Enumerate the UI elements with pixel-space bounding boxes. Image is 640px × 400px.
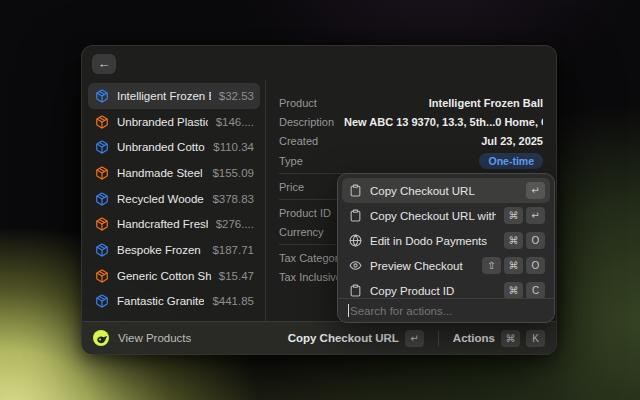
menu-item-label: Copy Product ID	[370, 285, 496, 297]
primary-action-button[interactable]: Copy Checkout URL ↵	[288, 330, 424, 347]
keycap-return: ↵	[526, 207, 545, 224]
text-cursor	[348, 304, 349, 317]
detail-label: Price	[279, 181, 304, 193]
menu-item-copy-checkout-url-return[interactable]: Copy Checkout URL with Return URL ⌘ ↵	[342, 203, 550, 228]
detail-value: One-time	[313, 153, 543, 169]
product-price: $276....	[216, 218, 254, 230]
clipboard-icon	[349, 184, 362, 197]
globe-icon	[349, 234, 362, 247]
actions-search-field[interactable]: Search for actions...	[338, 298, 554, 322]
detail-label: Type	[279, 155, 303, 167]
search-placeholder: Search for actions...	[350, 305, 452, 317]
product-name: Unbranded Plastic Chick...	[117, 116, 208, 128]
product-price: $378.83	[212, 193, 254, 205]
primary-action-label: Copy Checkout URL	[288, 332, 399, 344]
detail-label: Product ID	[279, 207, 331, 219]
footer-divider	[438, 331, 439, 346]
menu-item-copy-product-id[interactable]: Copy Product ID ⌘ C	[342, 278, 550, 298]
clipboard-icon	[349, 284, 362, 297]
menu-item-copy-checkout-url[interactable]: Copy Checkout URL ↵	[342, 178, 550, 203]
launcher-window: ← Intelligent Frozen Ball $32.53 Unbrand…	[81, 45, 557, 355]
detail-value: Jul 23, 2025	[328, 135, 543, 147]
package-icon	[95, 89, 109, 103]
product-name: Intelligent Frozen Ball	[117, 90, 211, 102]
list-item[interactable]: Intelligent Frozen Ball $32.53	[88, 83, 260, 109]
package-icon	[95, 192, 109, 206]
detail-value: New ABC 13 9370, 13.3, 5th...0 Home, OS …	[344, 116, 543, 128]
product-name: Bespoke Frozen Chips	[117, 244, 204, 256]
actions-button-label: Actions	[453, 332, 495, 344]
detail-row-created: Created Jul 23, 2025	[279, 132, 543, 150]
detail-label: Product	[279, 97, 317, 109]
detail-value: Intelligent Frozen Ball	[327, 97, 543, 109]
list-item[interactable]: Handcrafted Fresh Com... $276....	[88, 211, 260, 237]
product-price: $15.47	[219, 270, 254, 282]
keycap-o: O	[526, 257, 545, 274]
desktop-background: { "window": { "back_icon": "←" }, "produ…	[0, 0, 640, 400]
dodo-payments-logo-icon	[93, 330, 109, 346]
product-name: Unbranded Cotton Tuna	[117, 141, 205, 153]
list-item[interactable]: Fantastic Granite Chips $441.85	[88, 289, 260, 315]
detail-row-type: Type One-time	[279, 152, 543, 170]
list-item[interactable]: Bespoke Frozen Chips $187.71	[88, 237, 260, 263]
product-price: $441.85	[212, 295, 254, 307]
list-item[interactable]: Recycled Wooden Shirt $378.83	[88, 186, 260, 212]
keycap-k: K	[526, 330, 545, 347]
back-button[interactable]: ←	[92, 54, 116, 74]
list-item[interactable]: Handmade Steel Hat $155.09	[88, 160, 260, 186]
package-icon	[95, 243, 109, 257]
detail-label: Tax Inclusive	[279, 271, 342, 283]
product-price: $155.09	[212, 167, 254, 179]
keycap-cmd: ⌘	[504, 207, 523, 224]
menu-item-edit-in-dodo-payments[interactable]: Edit in Dodo Payments ⌘ O	[342, 228, 550, 253]
product-price: $32.53	[219, 90, 254, 102]
package-icon	[95, 269, 109, 283]
keycap-cmd: ⌘	[501, 330, 520, 347]
type-badge: One-time	[479, 153, 543, 169]
keycap-o: O	[526, 232, 545, 249]
footer-bar: View Products Copy Checkout URL ↵ Action…	[82, 321, 556, 354]
window-header: ←	[82, 46, 556, 80]
package-icon	[95, 115, 109, 129]
product-name: Handmade Steel Hat	[117, 167, 204, 179]
detail-label: Created	[279, 135, 318, 147]
eye-icon	[349, 259, 362, 272]
package-icon	[95, 294, 109, 308]
keycap-return: ↵	[526, 182, 545, 199]
product-name: Handcrafted Fresh Com...	[117, 218, 208, 230]
detail-label: Description	[279, 116, 334, 128]
menu-item-label: Preview Checkout	[370, 260, 474, 272]
actions-popup: Copy Checkout URL ↵ Copy Checkout URL wi…	[337, 173, 555, 323]
package-icon	[95, 140, 109, 154]
actions-button[interactable]: Actions ⌘ K	[453, 330, 545, 347]
actions-menu: Copy Checkout URL ↵ Copy Checkout URL wi…	[338, 174, 554, 298]
detail-row-description: Description New ABC 13 9370, 13.3, 5th..…	[279, 113, 543, 131]
product-price: $187.71	[212, 244, 254, 256]
list-item[interactable]: Unbranded Plastic Chick... $146....	[88, 109, 260, 135]
keycap-return: ↵	[405, 330, 424, 347]
detail-label: Tax Category	[279, 252, 344, 264]
package-icon	[95, 166, 109, 180]
product-price: $110.34	[213, 141, 254, 153]
product-name: Recycled Wooden Shirt	[117, 193, 204, 205]
menu-item-label: Copy Checkout URL with Return URL	[370, 210, 496, 222]
keycap-cmd: ⌘	[504, 232, 523, 249]
list-item[interactable]: Unbranded Cotton Tuna $110.34	[88, 134, 260, 160]
product-list: Intelligent Frozen Ball $32.53 Unbranded…	[82, 80, 265, 321]
keycap-cmd: ⌘	[504, 282, 523, 298]
clipboard-icon	[349, 209, 362, 222]
detail-row-product: Product Intelligent Frozen Ball	[279, 94, 543, 112]
extension-title: View Products	[118, 332, 279, 344]
list-item[interactable]: Generic Cotton Shoes $15.47	[88, 263, 260, 289]
product-name: Fantastic Granite Chips	[117, 295, 204, 307]
product-name: Generic Cotton Shoes	[117, 270, 211, 282]
keycap-shift: ⇧	[482, 257, 501, 274]
package-icon	[95, 217, 109, 231]
keycap-c: C	[526, 282, 545, 298]
menu-item-label: Edit in Dodo Payments	[370, 235, 496, 247]
detail-label: Currency	[279, 226, 324, 238]
menu-item-preview-checkout[interactable]: Preview Checkout ⇧ ⌘ O	[342, 253, 550, 278]
keycap-cmd: ⌘	[504, 257, 523, 274]
product-price: $146....	[216, 116, 254, 128]
menu-item-label: Copy Checkout URL	[370, 185, 518, 197]
